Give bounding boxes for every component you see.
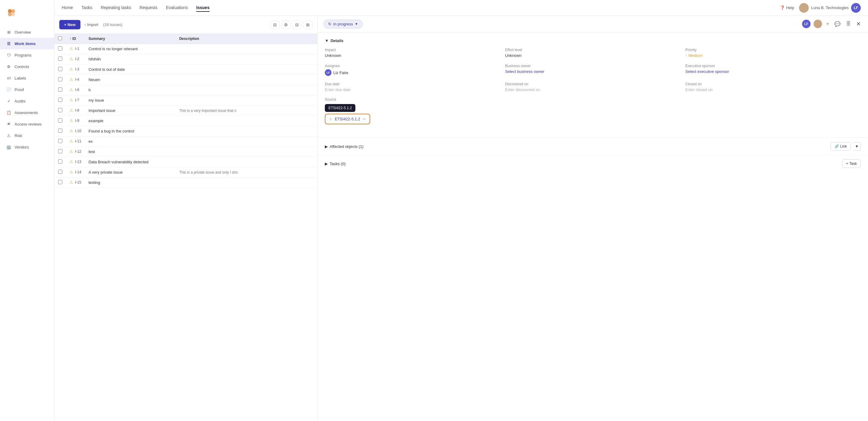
detail-body: ▼ Details Impact Unknown Effort level Un… bbox=[317, 32, 868, 138]
affected-objects-label: Affected objects (1) bbox=[330, 144, 364, 149]
row-checkbox[interactable] bbox=[58, 108, 62, 112]
nav-issues[interactable]: Issues bbox=[196, 4, 210, 12]
source-link[interactable]: ETSI422-5.1.2 bbox=[335, 117, 360, 121]
table-row[interactable]: ⚠ I-9 example bbox=[55, 116, 317, 126]
settings-button[interactable]: ⚙ bbox=[281, 21, 291, 29]
filter-button[interactable]: ⊟ bbox=[270, 21, 279, 29]
access-icon: 👁 bbox=[6, 121, 11, 127]
due-date-value[interactable]: Enter due date bbox=[325, 87, 500, 92]
table-row[interactable]: ⚠ I-6 h bbox=[55, 85, 317, 95]
sidebar-item-risk[interactable]: ⚠ Risk bbox=[0, 130, 54, 141]
nav-tasks[interactable]: Tasks bbox=[81, 4, 92, 12]
sidebar-item-access-reviews[interactable]: 👁 Access reviews bbox=[0, 118, 54, 130]
link-button[interactable]: 🔗 Link bbox=[831, 142, 851, 151]
sidebar-item-programs[interactable]: 🛡 Programs bbox=[0, 49, 54, 61]
help-link[interactable]: ❓ Help bbox=[780, 5, 794, 10]
table-row[interactable]: ⚠ I-12 test bbox=[55, 147, 317, 157]
import-button[interactable]: ↑ Import bbox=[84, 22, 98, 27]
row-id: I-11 bbox=[75, 139, 81, 143]
warning-icon: ⚠ bbox=[69, 128, 73, 133]
sidebar-item-work-items[interactable]: ☰ Work items bbox=[0, 38, 54, 49]
row-checkbox[interactable] bbox=[58, 87, 62, 92]
source-link-box: ⊹ ETSI422-5.1.2 ✏ bbox=[325, 114, 370, 124]
row-checkbox[interactable] bbox=[58, 118, 62, 122]
row-checkbox-cell bbox=[55, 178, 66, 188]
business-owner-value[interactable]: Select business owner bbox=[505, 69, 681, 74]
add-task-button[interactable]: + Task bbox=[842, 159, 861, 168]
exec-sponsor-value[interactable]: Select executive sponsor bbox=[685, 69, 861, 74]
table-row[interactable]: ⚠ I-15 testing bbox=[55, 178, 317, 188]
table-row[interactable]: ⚠ I-10 Found a bug in the control bbox=[55, 126, 317, 137]
detail-pane: ↻ In progress ▼ LF + 💬 🗄 ✕ ▼ De bbox=[317, 16, 868, 421]
row-description: This is a private issue and only I sho bbox=[176, 167, 317, 178]
discovered-on-field: Discovered on Enter discovered on bbox=[505, 82, 681, 92]
row-id: I-2 bbox=[75, 57, 79, 61]
nav-repeating-tasks[interactable]: Repeating tasks bbox=[101, 4, 131, 12]
row-checkbox[interactable] bbox=[58, 128, 62, 133]
row-checkbox[interactable] bbox=[58, 46, 62, 51]
details-toggle[interactable]: ▼ Details bbox=[325, 38, 861, 43]
assignee-avatar: LF bbox=[325, 69, 332, 76]
tasks-actions: + Task bbox=[842, 159, 861, 168]
topbar-navigation: Home Tasks Repeating tasks Requests Eval… bbox=[62, 4, 210, 12]
row-checkbox[interactable] bbox=[58, 57, 62, 61]
row-checkbox[interactable] bbox=[58, 159, 62, 163]
sidebar-item-overview[interactable]: ⊞ Overview bbox=[0, 26, 54, 38]
grid-icon: ⊞ bbox=[6, 29, 11, 35]
sidebar-item-vendors[interactable]: 🏢 Vendors bbox=[0, 141, 54, 153]
issues-table: ↑ ID Summary Description ⚠ I-1 Control i… bbox=[55, 34, 317, 421]
row-checkbox[interactable] bbox=[58, 170, 62, 174]
sidebar-item-controls[interactable]: ⚙ Controls bbox=[0, 61, 54, 72]
table-row[interactable]: ⚠ I-4 Neuen bbox=[55, 75, 317, 85]
table-view-button[interactable]: ⊞ bbox=[303, 21, 312, 29]
status-button[interactable]: ↻ In progress ▼ bbox=[323, 20, 363, 28]
table-row[interactable]: ⚠ I-3 Control is out of date bbox=[55, 64, 317, 75]
table-row[interactable]: ⚠ I-1 Control is no longer relevant bbox=[55, 44, 317, 54]
row-id: I-1 bbox=[75, 47, 79, 51]
sidebar-item-labels[interactable]: 🏷 Labels bbox=[0, 72, 54, 84]
add-assignee-button[interactable]: + bbox=[825, 20, 830, 28]
affected-objects-toggle[interactable]: ▶ Affected objects (1) bbox=[325, 144, 364, 149]
row-checkbox[interactable] bbox=[58, 77, 62, 81]
impact-field: Impact Unknown bbox=[325, 48, 500, 58]
warning-icon: ⚠ bbox=[69, 108, 73, 113]
discovered-on-value[interactable]: Enter discovered on bbox=[505, 87, 681, 92]
tasks-toggle[interactable]: ▶ Tasks (0) bbox=[325, 161, 346, 166]
table-row[interactable]: ⚠ I-14 A very private issue This is a pr… bbox=[55, 167, 317, 178]
card-view-button[interactable]: ⊟ bbox=[292, 21, 302, 29]
row-checkbox[interactable] bbox=[58, 98, 62, 102]
col-header-summary[interactable]: Summary bbox=[85, 34, 176, 44]
closed-on-value[interactable]: Enter closed on bbox=[685, 87, 861, 92]
nav-evaluations[interactable]: Evaluations bbox=[166, 4, 188, 12]
close-button[interactable]: ✕ bbox=[855, 19, 862, 28]
sidebar-item-assessments[interactable]: 📋 Assessments bbox=[0, 107, 54, 118]
assignee-name: Liz Faire bbox=[333, 70, 348, 75]
table-row[interactable]: ⚠ I-11 ex bbox=[55, 137, 317, 147]
select-all-checkbox[interactable] bbox=[58, 36, 62, 40]
sidebar-item-proof[interactable]: 📄 Proof bbox=[0, 84, 54, 95]
row-checkbox[interactable] bbox=[58, 139, 62, 143]
row-checkbox[interactable] bbox=[58, 180, 62, 184]
edit-icon[interactable]: ✏ bbox=[363, 117, 366, 121]
row-description bbox=[176, 85, 317, 95]
table-row[interactable]: ⚠ I-8 Important issue This is a very imp… bbox=[55, 106, 317, 116]
table-row[interactable]: ⚠ I-2 hihihiih bbox=[55, 54, 317, 64]
row-warning-id: ⚠ I-15 bbox=[66, 178, 85, 187]
row-summary: ex bbox=[85, 137, 176, 147]
link-dropdown-button[interactable]: ▼ bbox=[853, 142, 861, 151]
nav-home[interactable]: Home bbox=[62, 4, 73, 12]
new-button[interactable]: + New bbox=[59, 20, 81, 29]
table-row[interactable]: ⚠ I-7 my issue bbox=[55, 95, 317, 106]
row-checkbox-cell bbox=[55, 167, 66, 178]
issues-list: ↑ ID Summary Description ⚠ I-1 Control i… bbox=[55, 34, 317, 188]
table-row[interactable]: ⚠ I-13 Data Breach vulnerability detecte… bbox=[55, 157, 317, 167]
comment-button[interactable]: 💬 bbox=[833, 20, 842, 28]
archive-button[interactable]: 🗄 bbox=[845, 20, 852, 28]
row-checkbox[interactable] bbox=[58, 149, 62, 153]
nav-requests[interactable]: Requests bbox=[140, 4, 158, 12]
user-menu[interactable]: Luna B. Technologies LF bbox=[799, 3, 861, 13]
row-summary: example bbox=[85, 116, 176, 126]
row-checkbox[interactable] bbox=[58, 67, 62, 71]
row-description bbox=[176, 64, 317, 75]
sidebar-item-audits[interactable]: ✓ Audits bbox=[0, 95, 54, 107]
